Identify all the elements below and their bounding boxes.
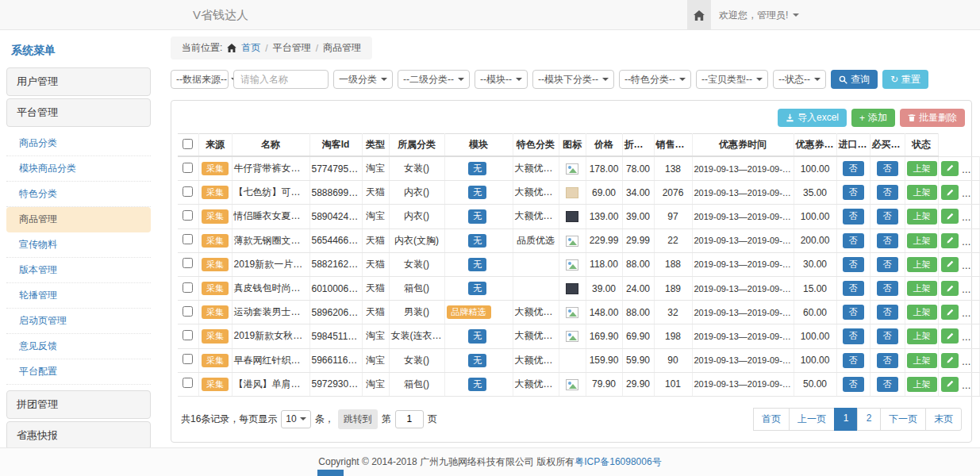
row-checkbox[interactable]: [183, 354, 193, 364]
sidebar-group-item[interactable]: 用户管理: [6, 67, 151, 96]
filter-select-data-source[interactable]: --数据来源--: [171, 70, 229, 89]
sidebar-submenu-item[interactable]: 轮播管理: [6, 283, 151, 309]
page-button[interactable]: 2: [857, 408, 881, 431]
search-button[interactable]: 查询: [831, 70, 878, 89]
row-checkbox[interactable]: [183, 306, 193, 317]
imported-toggle[interactable]: 否: [843, 209, 864, 224]
page-button[interactable]: 首页: [753, 408, 790, 431]
delete-button[interactable]: [963, 281, 979, 296]
sidebar-submenu-item[interactable]: 启动页管理: [6, 309, 151, 334]
page-button[interactable]: 末页: [925, 408, 962, 431]
edit-button[interactable]: [941, 161, 959, 176]
imported-toggle[interactable]: 否: [843, 185, 864, 200]
delete-button[interactable]: [963, 209, 979, 224]
imported-toggle[interactable]: 否: [843, 328, 864, 344]
sidebar-submenu-item[interactable]: 商品管理: [6, 207, 151, 232]
reset-button[interactable]: ↻ 重置: [882, 70, 928, 89]
edit-button[interactable]: [941, 353, 959, 368]
status-badge[interactable]: 上架: [907, 353, 937, 368]
page-size-select[interactable]: 10: [281, 410, 310, 428]
row-checkbox[interactable]: [183, 163, 193, 173]
edit-button[interactable]: [941, 209, 959, 224]
status-badge[interactable]: 上架: [907, 209, 937, 224]
imported-toggle[interactable]: 否: [843, 353, 864, 368]
delete-button[interactable]: [963, 353, 979, 368]
delete-button[interactable]: [963, 305, 979, 320]
sidebar-submenu-item[interactable]: 宣传物料: [6, 232, 151, 258]
add-button[interactable]: + 添加: [851, 109, 895, 127]
jump-button[interactable]: 跳转到: [338, 409, 378, 429]
imported-toggle[interactable]: 否: [843, 377, 864, 392]
status-badge[interactable]: 上架: [907, 233, 937, 248]
name-search-input[interactable]: [233, 70, 329, 89]
filter-select[interactable]: --模块下分类--: [532, 70, 614, 89]
filter-select[interactable]: --宝贝类型--: [696, 70, 768, 89]
must-buy-toggle[interactable]: 否: [877, 257, 898, 272]
edit-button[interactable]: [941, 233, 959, 248]
imported-toggle[interactable]: 否: [843, 257, 864, 272]
row-checkbox[interactable]: [183, 330, 193, 340]
filter-select[interactable]: --状态--: [773, 70, 826, 89]
imported-toggle[interactable]: 否: [843, 281, 864, 296]
sidebar-group-item[interactable]: 省惠快报: [6, 421, 151, 448]
user-menu[interactable]: 欢迎您，管理员!: [711, 0, 807, 30]
must-buy-toggle[interactable]: 否: [877, 353, 898, 368]
imported-toggle[interactable]: 否: [843, 161, 864, 176]
breadcrumb-home-link[interactable]: 首页: [241, 41, 260, 55]
filter-select[interactable]: 一级分类: [333, 70, 393, 89]
edit-button[interactable]: [941, 377, 959, 392]
status-badge[interactable]: 上架: [907, 257, 937, 272]
status-badge[interactable]: 上架: [907, 185, 937, 200]
must-buy-toggle[interactable]: 否: [877, 209, 898, 224]
row-checkbox[interactable]: [183, 258, 193, 268]
filter-select[interactable]: --特色分类--: [619, 70, 691, 89]
page-button[interactable]: 1: [834, 408, 858, 431]
delete-button[interactable]: [963, 328, 979, 344]
row-checkbox[interactable]: [183, 378, 193, 388]
page-button[interactable]: 上一页: [789, 408, 835, 431]
delete-button[interactable]: [963, 377, 979, 392]
imported-toggle[interactable]: 否: [843, 233, 864, 248]
row-checkbox[interactable]: [183, 282, 193, 293]
delete-button[interactable]: [963, 185, 979, 200]
filter-select[interactable]: --模块--: [475, 70, 528, 89]
must-buy-toggle[interactable]: 否: [877, 305, 898, 320]
must-buy-toggle[interactable]: 否: [877, 377, 898, 392]
page-button[interactable]: 下一页: [880, 408, 926, 431]
edit-button[interactable]: [941, 305, 959, 320]
edit-button[interactable]: [941, 257, 959, 272]
row-checkbox[interactable]: [183, 210, 193, 221]
sidebar-group-item[interactable]: 平台管理: [6, 98, 151, 127]
status-badge[interactable]: 上架: [907, 328, 937, 344]
sidebar-submenu-item[interactable]: 版本管理: [6, 258, 151, 283]
delete-button[interactable]: [963, 233, 979, 248]
sidebar-submenu-item[interactable]: 平台配置: [6, 359, 151, 385]
home-button[interactable]: [687, 0, 711, 30]
must-buy-toggle[interactable]: 否: [877, 185, 898, 200]
must-buy-toggle[interactable]: 否: [877, 161, 898, 176]
sidebar-submenu-item[interactable]: 商品分类: [6, 131, 151, 156]
imported-toggle[interactable]: 否: [843, 305, 864, 320]
edit-button[interactable]: [941, 328, 959, 344]
batch-delete-button[interactable]: 批量删除: [900, 109, 965, 127]
filter-select[interactable]: --二级分类--: [398, 70, 470, 89]
status-badge[interactable]: 上架: [907, 161, 937, 176]
edit-button[interactable]: [941, 185, 959, 200]
row-checkbox[interactable]: [183, 186, 193, 197]
status-badge[interactable]: 上架: [907, 281, 937, 296]
jump-page-input[interactable]: [395, 410, 424, 428]
must-buy-toggle[interactable]: 否: [877, 328, 898, 344]
delete-button[interactable]: [963, 257, 979, 272]
edit-button[interactable]: [941, 281, 959, 296]
sidebar-submenu-item[interactable]: 特色分类: [6, 182, 151, 207]
sidebar-submenu-item[interactable]: 意见反馈: [6, 334, 151, 359]
status-badge[interactable]: 上架: [907, 377, 937, 392]
icp-link[interactable]: 粤ICP备16098006号: [575, 455, 661, 469]
status-badge[interactable]: 上架: [907, 305, 937, 320]
select-all-checkbox[interactable]: [183, 139, 193, 149]
must-buy-toggle[interactable]: 否: [877, 233, 898, 248]
delete-button[interactable]: [963, 161, 979, 176]
sidebar-group-item[interactable]: 拼团管理: [6, 390, 151, 419]
import-excel-button[interactable]: 导入excel: [778, 109, 847, 127]
row-checkbox[interactable]: [183, 234, 193, 244]
